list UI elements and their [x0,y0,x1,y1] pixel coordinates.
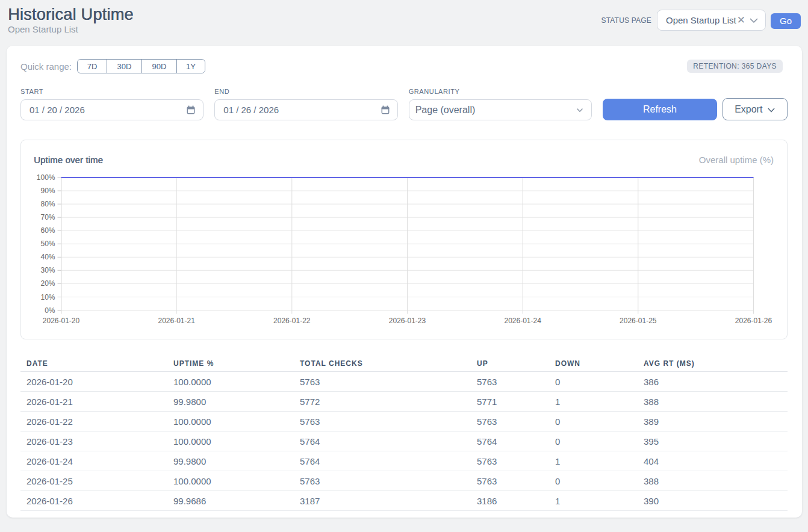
svg-text:40%: 40% [40,253,55,261]
svg-text:2026-01-21: 2026-01-21 [158,317,196,325]
svg-text:90%: 90% [40,187,55,195]
svg-text:70%: 70% [40,213,55,221]
svg-text:2026-01-26: 2026-01-26 [735,317,772,325]
svg-text:60%: 60% [40,226,55,235]
svg-text:20%: 20% [40,279,55,288]
svg-text:2026-01-20: 2026-01-20 [43,317,80,325]
svg-text:2026-01-24: 2026-01-24 [505,317,542,325]
svg-text:2026-01-25: 2026-01-25 [620,317,657,325]
svg-text:100%: 100% [37,173,55,182]
svg-text:10%: 10% [40,293,55,302]
svg-text:2026-01-23: 2026-01-23 [389,317,426,325]
svg-text:80%: 80% [40,200,55,208]
svg-text:50%: 50% [40,240,55,248]
svg-text:0%: 0% [45,306,55,315]
svg-text:2026-01-22: 2026-01-22 [273,317,311,325]
svg-text:30%: 30% [40,266,55,274]
